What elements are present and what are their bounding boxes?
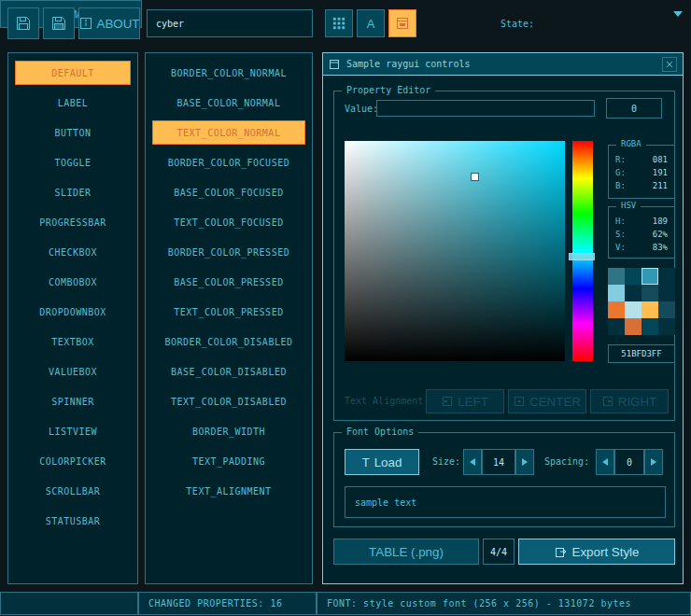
controls-list-item-label: CHECKBOX [49,247,97,258]
export-style-label: Export Style [572,545,640,559]
export-icon [555,545,568,558]
properties-list-item-label: TEXT_COLOR_NORMAL [177,128,281,138]
color-swatch[interactable] [625,301,642,318]
about-button[interactable]: ABOUT [78,7,140,39]
controls-list-item[interactable]: CHECKBOX [15,240,131,264]
color-picker-panel[interactable] [345,141,565,361]
controls-list-item[interactable]: DROPDOWNBOX [15,300,131,324]
controls-list-item[interactable]: SCROLLBAR [15,479,131,503]
hsv-saturation-row: S: 62% [615,228,668,241]
properties-list-item[interactable]: TEXT_COLOR_NORMAL [152,120,305,145]
controls-list-item[interactable]: TEXTBOX [15,329,131,354]
controls-list-item[interactable]: SLIDER [15,180,131,204]
close-button[interactable] [662,57,677,72]
hsv-value-label: V: [615,241,626,254]
controls-list-item[interactable]: DEFAULT [15,61,131,85]
font-size-value-box[interactable]: 14 [482,449,515,475]
properties-list-item[interactable]: TEXT_COLOR_DISABLED [152,389,305,413]
color-swatch[interactable] [608,318,625,335]
color-swatch[interactable] [658,285,675,301]
hsv-group-label: HSV [616,201,641,210]
controls-list-item[interactable]: LISTVIEW [15,419,131,443]
controls-list-item[interactable]: TOGGLE [15,150,131,175]
controls-list-item-label: SLIDER [54,188,91,198]
color-picker-cursor[interactable] [472,174,478,180]
controls-list-item[interactable]: COMBOBOX [15,270,131,294]
controls-list-item-label: LABEL [58,98,89,108]
color-swatch[interactable] [625,268,642,285]
controls-list-item[interactable]: PROGRESSBAR [15,210,131,234]
color-swatch[interactable] [625,318,642,335]
color-swatch[interactable] [642,285,658,301]
controls-list-item[interactable]: COLORPICKER [15,449,131,473]
font-size-increase-button[interactable] [515,449,534,475]
load-font-button[interactable]: T Load [345,449,419,475]
color-swatch[interactable] [658,268,675,285]
color-swatch[interactable] [625,285,642,301]
controls-list-item[interactable]: BUTTON [15,120,131,145]
color-swatch[interactable] [658,301,675,318]
save-style-button[interactable] [43,7,75,39]
align-center-button[interactable]: CENTER [508,389,586,413]
hex-value-box[interactable]: 51BFD3FF [608,344,675,363]
controls-list-item[interactable]: SPINNER [15,389,131,413]
sample-text-input[interactable]: sample text [345,486,666,518]
font-spacing-label: Spacing: [544,456,589,467]
properties-list-item[interactable]: TEXT_ALIGNMENT [152,479,305,503]
rgba-group-label: RGBA [616,139,646,148]
value-box[interactable]: 0 [606,98,662,119]
font-atlas-button[interactable]: A [357,9,385,37]
statusbar-left-segment [0,592,138,615]
align-center-label: CENTER [529,395,581,409]
properties-list-item[interactable]: TEXT_PADDING [152,449,305,473]
properties-list-item[interactable]: BORDER_COLOR_PRESSED [152,240,305,264]
font-size-decrease-button[interactable] [463,449,482,475]
window-title: Sample raygui controls [346,59,470,69]
open-style-button[interactable] [7,7,39,39]
controls-grid-button[interactable] [325,9,353,37]
controls-list-item[interactable]: STATUSBAR [15,509,131,533]
font-spacing-value-box[interactable]: 0 [614,449,644,475]
controls-list-item[interactable]: LABEL [15,91,131,115]
properties-list-item[interactable]: TEXT_COLOR_FOCUSED [152,210,305,234]
window-title-bar: Sample raygui controls [323,53,683,76]
hue-slider-bar[interactable] [572,141,593,361]
align-left-button[interactable]: LEFT [426,389,504,413]
window-panel-icon [395,16,410,31]
color-swatch[interactable] [642,268,658,285]
controls-list-item-label: PROGRESSBAR [39,217,106,228]
info-card-icon [79,17,92,30]
properties-list-item[interactable]: BORDER_WIDTH [152,419,305,443]
properties-list-item[interactable]: BASE_COLOR_FOCUSED [152,180,305,204]
properties-list-item[interactable]: BASE_COLOR_PRESSED [152,270,305,294]
properties-list-item[interactable]: BORDER_COLOR_FOCUSED [152,150,305,175]
color-swatch[interactable] [658,318,675,335]
style-name-input[interactable] [147,9,313,37]
properties-list-item[interactable]: BASE_COLOR_DISABLED [152,359,305,384]
properties-list-item-label: BORDER_COLOR_PRESSED [168,247,289,258]
color-swatch[interactable] [608,285,625,301]
properties-list-item[interactable]: BORDER_COLOR_NORMAL [152,61,305,85]
properties-list-item[interactable]: BASE_COLOR_NORMAL [152,91,305,115]
export-table-button[interactable]: TABLE (.png) [333,539,479,565]
style-preview-mode-button[interactable] [388,9,416,37]
value-slider[interactable] [376,100,595,117]
page-indicator[interactable]: 4/4 [483,539,515,565]
export-style-button[interactable]: Export Style [518,539,675,565]
color-swatch[interactable] [608,301,625,318]
color-swatch[interactable] [608,268,625,285]
properties-list-item[interactable]: TEXT_COLOR_PRESSED [152,300,305,324]
color-swatch[interactable] [642,318,658,335]
color-swatch[interactable] [642,301,658,318]
rgba-blue-value: 211 [653,179,668,192]
font-spacing-increase-button[interactable] [644,449,663,475]
floppy-save-icon [50,15,67,32]
font-spacing-decrease-button[interactable] [596,449,614,475]
align-right-button[interactable]: RIGHT [590,389,669,413]
properties-list-item[interactable]: BORDER_COLOR_DISABLED [152,329,305,354]
hsv-saturation-value: 62% [653,228,668,241]
text-alignment-label: Text Alignment: [345,396,425,406]
hue-slider-handle[interactable] [569,253,595,260]
controls-list-item[interactable]: VALUEBOX [15,359,131,384]
statusbar-font-info: FONT: style custom font (256 x 256) - 13… [317,592,691,615]
